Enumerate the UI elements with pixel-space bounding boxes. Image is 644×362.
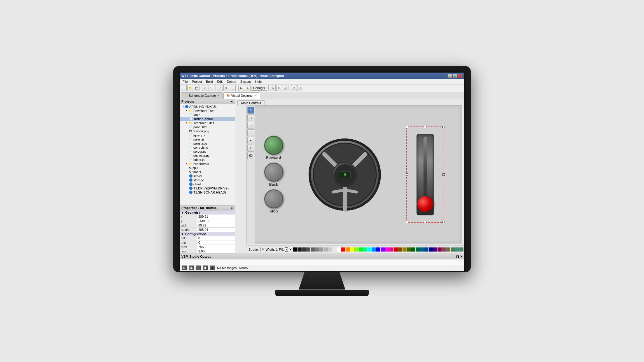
maximize-button[interactable]: □ <box>453 74 457 78</box>
vsm-controls[interactable]: ◨ ✕ <box>456 255 463 259</box>
close-button[interactable]: ✕ <box>458 74 463 78</box>
handle-tl[interactable] <box>406 126 408 128</box>
color-swatch-448866[interactable] <box>459 247 463 252</box>
tb-cut[interactable]: ✂ <box>217 85 223 91</box>
tree-panel-js[interactable]: 📄 panel.js <box>180 137 235 141</box>
pause-button[interactable]: ⏸ <box>196 266 201 270</box>
tree-resources[interactable]: ▼ 📁 Resource Files <box>180 121 235 125</box>
color-swatch-880044[interactable] <box>438 247 442 252</box>
menu-help[interactable]: Help <box>253 80 264 84</box>
tool-pointer[interactable]: ↖ <box>247 107 254 114</box>
tab-visual-designer[interactable]: 🎨 Visual Designer ✕ <box>223 92 260 99</box>
tb-zoom-fit[interactable]: ⊞ <box>276 85 282 91</box>
tb-paste[interactable]: 📋 <box>230 85 236 91</box>
tb-open[interactable]: 📂 <box>187 85 193 91</box>
tree-arduino[interactable]: ▼ 🔵 ARDUINO YUN[U1] <box>180 105 235 109</box>
color-swatch-8800ff[interactable] <box>381 247 385 252</box>
color-swatch-00ff88[interactable] <box>363 247 367 252</box>
menu-debug[interactable]: Debug <box>225 80 238 84</box>
color-swatch-ffff00[interactable] <box>350 247 354 252</box>
tree-favicon[interactable]: 🖼 favicon.png <box>180 129 235 133</box>
stop-button[interactable] <box>264 189 283 208</box>
color-swatch-88ff00[interactable] <box>354 247 358 252</box>
canvas-area[interactable]: Forward Back Stop <box>246 105 462 244</box>
handle-ml[interactable] <box>406 173 408 176</box>
props-height-value[interactable]: 285.24 <box>197 228 235 232</box>
color-swatch-006688[interactable] <box>420 247 424 252</box>
tb-grid[interactable]: # <box>291 85 297 91</box>
forward-button[interactable] <box>264 136 283 155</box>
tb-save[interactable]: 💾 <box>194 85 200 91</box>
props-init-value[interactable]: 0 <box>197 236 235 240</box>
handle-mr[interactable] <box>442 173 445 176</box>
color-swatch-cccccc[interactable] <box>328 247 332 252</box>
tool-arc[interactable]: ⌒ <box>247 129 254 136</box>
tool-image[interactable]: 🖼 <box>247 152 254 159</box>
tool-text[interactable]: T <box>247 145 254 152</box>
tree-jquery[interactable]: 📄 jquery.js <box>180 133 235 137</box>
menu-edit[interactable]: Edit <box>215 80 224 84</box>
color-swatch-e6e6e6[interactable] <box>332 247 337 252</box>
tab-schematic[interactable]: ⚡ Schematic Capture ✕ <box>181 92 223 99</box>
tb-new[interactable]: 📄 <box>181 85 187 91</box>
tree-server[interactable]: 🔵 server <box>180 174 235 178</box>
tree-server-py[interactable]: 📄 server.py <box>180 150 235 154</box>
play-button[interactable]: ▶ <box>182 266 187 270</box>
tree-showlog-py[interactable]: 📄 showlog.py <box>180 154 235 158</box>
tree-flowchart[interactable]: ▼ 📁 Flowchart Files <box>180 109 235 113</box>
tool-rect[interactable]: □ <box>247 114 254 121</box>
color-swatch-b3b3b3[interactable] <box>324 247 328 252</box>
color-swatch-006644[interactable] <box>416 247 420 252</box>
handle-tr[interactable] <box>442 126 445 128</box>
tb-zoom-out[interactable]: 🔎 <box>283 85 288 91</box>
color-swatch-888800[interactable] <box>402 247 407 252</box>
back-button[interactable] <box>264 163 283 182</box>
color-swatch-00ffff[interactable] <box>368 247 372 252</box>
color-swatch-ff8800[interactable] <box>346 247 350 252</box>
color-swatch-ffffff[interactable] <box>337 247 341 252</box>
color-swatch-666666[interactable] <box>311 247 315 252</box>
props-max-value[interactable]: 255 <box>197 245 235 249</box>
tree-panel-htm[interactable]: 📄 panel.htm <box>180 125 235 129</box>
projects-collapse-icon[interactable]: ◄ <box>230 100 233 103</box>
tb-run[interactable]: ▶ <box>238 85 244 91</box>
props-config-section[interactable]: ▼ Configuration <box>180 232 235 236</box>
color-swatch-884466[interactable] <box>442 247 446 252</box>
tree-cpu[interactable]: ⚙ cpu <box>180 166 235 170</box>
props-y-value[interactable]: -139.92 <box>197 219 235 223</box>
stroke-swatch[interactable] <box>260 247 260 252</box>
tree-client[interactable]: 🔵 client <box>180 182 235 186</box>
color-swatch-004488[interactable] <box>424 247 428 252</box>
color-swatch-4d4d4d[interactable] <box>306 247 310 252</box>
color-swatch-0088ff[interactable] <box>372 247 376 252</box>
steering-wheel-container[interactable]: 0 <box>307 137 383 212</box>
props-width-value[interactable]: 89.22 <box>197 223 235 227</box>
handle-bl[interactable] <box>406 221 408 223</box>
fill-x-icon[interactable]: ✕ <box>285 247 288 252</box>
stop-status-button[interactable]: ⏹ <box>203 266 208 270</box>
properties-collapse[interactable]: ◄ <box>230 206 233 210</box>
handle-tc[interactable] <box>424 126 426 128</box>
color-swatch-999999[interactable] <box>319 247 323 252</box>
color-swatch-000000[interactable] <box>293 247 297 252</box>
color-swatch-808080[interactable] <box>315 247 319 252</box>
main-controls-tab[interactable]: Main Controls <box>237 100 265 105</box>
tb-route[interactable]: ⌗ <box>298 85 303 91</box>
tree-panel-svg[interactable]: 📄 panel.svg <box>180 141 235 145</box>
color-swatch-ff0088[interactable] <box>389 247 393 252</box>
color-swatch-448888[interactable] <box>455 247 459 252</box>
tree-turtle-control[interactable]: 📄 Turtle Control <box>180 117 235 121</box>
color-swatch-0000ff[interactable] <box>376 247 380 252</box>
color-swatch-884400[interactable] <box>398 247 402 252</box>
color-swatch-446600[interactable] <box>407 247 411 252</box>
tool-circle[interactable]: ○ <box>247 122 254 129</box>
tab-schematic-close[interactable]: ✕ <box>217 94 220 97</box>
menu-system[interactable]: System <box>239 80 253 84</box>
color-swatch-00ff00[interactable] <box>359 247 363 252</box>
tree-controls-js[interactable]: 📄 controls.js <box>180 145 235 150</box>
fill-x2[interactable]: ✕ <box>289 247 292 252</box>
tree-peripherals[interactable]: ▼ 📁 Peripherals <box>180 162 235 166</box>
tab-visual-close[interactable]: ✕ <box>255 94 257 97</box>
tb-zoom-in[interactable]: 🔍 <box>270 85 276 91</box>
tb-redo[interactable]: ↪ <box>209 85 214 91</box>
